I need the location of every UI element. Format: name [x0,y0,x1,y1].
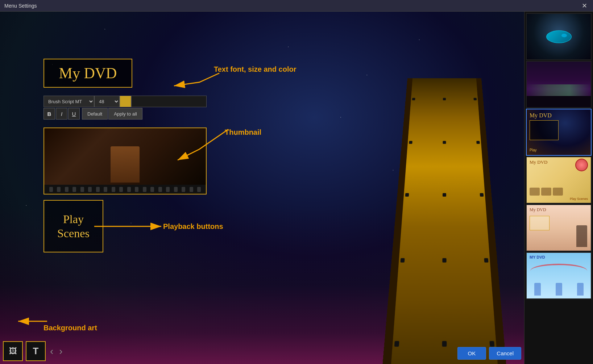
thumbnail-box[interactable] [43,127,207,194]
thumb-2-preview [527,62,591,107]
sprocket-hole [182,187,185,192]
bottom-actions: OK Cancel [457,347,521,360]
sprocket-hole [112,187,115,192]
thumb-4-items [530,188,563,196]
ui-overlay: My DVD Brush Script MT 48 B I U [0,12,524,364]
title-text-box[interactable]: My DVD [43,59,132,88]
thumb-5-preview: My DVD [527,205,591,251]
thumb-3-bottom-label: Play [530,148,536,152]
thumb-6-preview: MY DVD [527,253,591,298]
thumbnail-preview [44,128,206,186]
sprocket-hole [166,187,170,192]
thumb-4-play-label: Play Scenes [570,197,588,201]
title-bar: Menu Settings ✕ [0,0,593,12]
ground-overlay [527,96,591,108]
thumb-6-fig [534,283,541,296]
image-tool-button[interactable]: 🖼 [3,341,23,361]
font-row2: B I U Default Apply to all [43,108,207,120]
annotation-bg-art: Background art [43,324,97,332]
thumb-4-preview: My DVD Play Scenes [527,157,591,203]
sprocket-hole [143,187,146,192]
italic-button[interactable]: I [56,108,67,120]
sprocket-hole [158,187,162,192]
sprocket-hole [127,187,131,192]
font-row1: Brush Script MT 48 [43,96,207,107]
sprocket-hole [119,187,123,192]
arrow-bg-art [14,310,51,329]
thumbnails-panel: My DVD Play My DVD Play Scenes My DVD [524,12,593,364]
window-title: Menu Settings [4,3,37,9]
sprocket-hole [150,187,154,192]
sprocket-hole [65,187,69,192]
thumbnail-item-2[interactable] [526,61,592,108]
bottom-toolbar: 🖼 T ‹ › [3,341,64,361]
image-icon: 🖼 [9,347,17,356]
bold-button[interactable]: B [43,108,55,120]
thumb-5-figure [576,225,587,247]
thumbnail-figure [111,146,140,183]
annotation-thumbnail: Thumbnail [225,128,261,137]
sprocket-hole [80,187,84,192]
main-layout: My DVD Brush Script MT 48 B I U [0,12,593,364]
font-family-select[interactable]: Brush Script MT [43,96,94,107]
sprocket-hole [88,187,92,192]
text-tool-button[interactable]: T [26,341,46,361]
sprocket-hole [49,187,53,192]
thumb-6-text: MY DVD [530,255,545,259]
thumbnail-item-3[interactable]: My DVD Play [526,109,592,156]
blue-oval-decoration [546,30,572,43]
thumb-1-preview [527,14,591,59]
playback-buttons-box[interactable]: Play Scenes [43,200,103,252]
apply-all-button[interactable]: Apply to all [108,108,142,120]
sprocket-hole [104,187,107,192]
sprocket-hole [174,187,178,192]
thumb-4-text: My DVD [530,159,547,165]
default-button[interactable]: Default [82,108,108,120]
ok-button[interactable]: OK [457,347,486,360]
text-icon: T [33,346,39,357]
thumbnail-item-4[interactable]: My DVD Play Scenes [526,156,592,204]
sprocket-hole [190,187,193,192]
thumb-4-item [530,188,540,196]
cancel-button[interactable]: Cancel [489,347,521,360]
color-picker-btn[interactable] [120,96,131,107]
thumb-5-box [530,216,550,230]
thumbnail-item-1[interactable] [526,13,592,60]
font-toolbar: Brush Script MT 48 B I U Default Apply t… [43,96,207,120]
thumb-6-figures [527,283,591,296]
prev-button[interactable]: ‹ [49,344,55,359]
thumbnail-sprocket [44,185,206,194]
sprocket-hole [197,187,201,192]
arrow-text-font [156,62,228,91]
color-text-area [131,96,207,107]
thumb-6-fig [556,283,562,296]
thumb-6-fig [577,283,584,296]
thumb-4-item [541,188,551,196]
sprocket-hole [96,187,100,192]
sprocket-hole [135,187,138,192]
playback-text: Play Scenes [57,212,90,240]
annotation-text-font: Text font, size and color [214,65,296,74]
underline-button[interactable]: U [68,108,80,120]
sprocket-hole [72,187,76,192]
thumb-3-film-box [530,120,559,140]
close-button[interactable]: ✕ [580,2,589,10]
thumb-3-dvd-text: My DVD [530,112,552,119]
annotation-playback: Playback buttons [163,222,223,231]
thumb-5-text: My DVD [530,207,546,213]
thumb-3-preview: My DVD Play [527,109,591,155]
font-size-select[interactable]: 48 [94,96,120,107]
canvas-area: My DVD Brush Script MT 48 B I U [0,12,524,364]
sprocket-hole [57,187,61,192]
next-button[interactable]: › [58,344,64,359]
thumb-4-badge [575,159,588,171]
title-text: My DVD [59,64,117,82]
thumb-4-item [553,188,563,196]
thumb-6-rainbow [530,264,587,278]
thumbnail-item-6[interactable]: MY DVD [526,252,592,299]
thumbnail-item-5[interactable]: My DVD [526,204,592,251]
